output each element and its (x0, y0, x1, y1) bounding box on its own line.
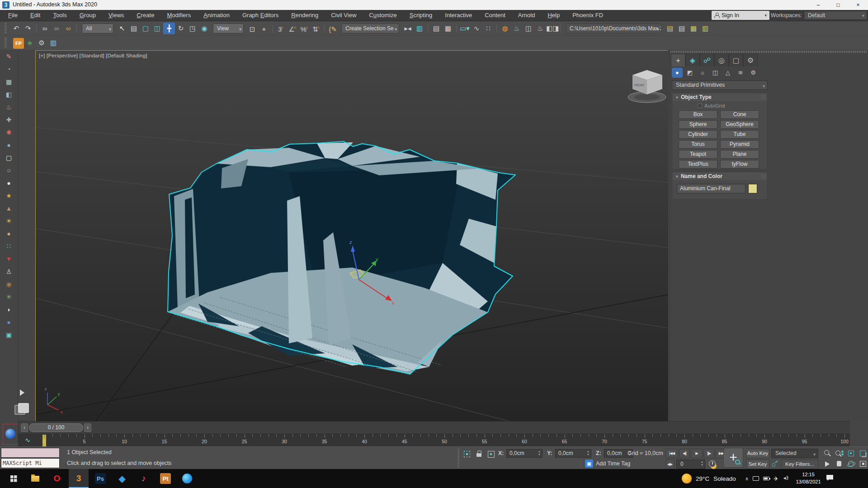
notification-center-icon[interactable] (826, 475, 833, 481)
schematic-view-icon[interactable]: ∷ (482, 23, 494, 34)
toolbar-grip[interactable] (5, 23, 7, 34)
object-type-geosphere[interactable]: GeoSphere (720, 120, 759, 129)
time-tag-cube-icon[interactable]: ▣ (585, 460, 593, 468)
left-tool-sphere2-icon[interactable]: ● (3, 316, 15, 328)
select-and-scale-icon[interactable]: ◳ (187, 23, 198, 34)
rectangular-selection-region-icon[interactable]: ▢ (140, 23, 151, 34)
category-space-warps[interactable]: ≋ (735, 68, 746, 78)
perspective-viewport[interactable]: z y x FRONT z y x [+] [Perspective] (35, 50, 668, 421)
maximize-button[interactable]: □ (828, 0, 848, 10)
zoom-extents-all-icon[interactable] (857, 449, 868, 459)
snaps-toggle-3d-icon[interactable]: 3 (275, 22, 287, 33)
object-type-tube[interactable]: Tube (720, 130, 759, 139)
left-tool-ball-icon[interactable]: ● (3, 177, 15, 189)
render-setup-icon[interactable]: ♨ (511, 23, 523, 34)
spinner-snap-icon[interactable]: ⇅ (310, 22, 322, 33)
go-to-start-button[interactable]: |◀◀ (665, 449, 678, 458)
select-and-rotate-icon[interactable]: ↻ (175, 23, 187, 34)
music-app-icon[interactable]: ♪ (134, 469, 154, 488)
plugin-tools-icon[interactable]: ⚙ (36, 37, 47, 49)
object-type-cylinder[interactable]: Cylinder (679, 130, 717, 139)
current-frame-field[interactable]: 0▲▼ (676, 460, 705, 469)
next-frame-arrow[interactable]: › (84, 423, 91, 432)
category-geometry[interactable]: ● (672, 68, 683, 78)
named-selection-set-combo[interactable]: Create Selection Se (341, 23, 399, 33)
select-and-place-icon[interactable]: ◉ (198, 23, 210, 34)
object-name-field[interactable]: Aluminium Can-Final (677, 184, 745, 193)
unlink-selection-icon[interactable]: ∞ (51, 23, 62, 34)
viewcube[interactable]: FRONT (628, 70, 666, 103)
menu-arnold[interactable]: Arnold (512, 10, 542, 21)
menu-create[interactable]: Create (130, 10, 160, 21)
left-tool-cubes-icon[interactable]: ▣ (3, 329, 15, 341)
left-tool-circle-icon[interactable]: ◔ (3, 63, 15, 75)
key-icon[interactable] (771, 460, 778, 468)
left-tool-card-icon[interactable]: ▢ (3, 152, 15, 164)
previous-frame-arrow[interactable]: ‹ (21, 423, 28, 432)
spinner-icon[interactable]: ▲▼ (537, 450, 542, 457)
left-tool-dots-icon[interactable]: ∷ (3, 240, 15, 252)
project-folder-icon-3[interactable]: ▦ (688, 23, 699, 34)
file-explorer-icon[interactable] (25, 469, 45, 488)
menu-modifiers[interactable]: Modifiers (160, 10, 197, 21)
object-type-pyramid[interactable]: Pyramid (720, 140, 759, 149)
viewport-hud-label[interactable]: [+] [Perspective] [Standard] [Default Sh… (39, 53, 147, 58)
add-time-tag[interactable]: Add Time Tag (596, 460, 630, 467)
menu-animation[interactable]: Animation (197, 10, 236, 21)
zoom-all-icon[interactable] (834, 449, 845, 459)
left-tool-figure-icon[interactable]: ♙ (3, 266, 15, 277)
object-type-plane[interactable]: Plane (720, 150, 759, 159)
left-tool-egg-icon[interactable]: ○ (3, 164, 15, 176)
viewport-layout-icon[interactable] (14, 403, 30, 417)
menu-help[interactable]: Help (541, 10, 566, 21)
spinner-icon[interactable]: ▲▼ (700, 460, 704, 467)
tab-motion[interactable]: ◎ (714, 54, 729, 66)
flyout-arrow-icon[interactable] (20, 389, 24, 396)
project-folder-icon-2[interactable]: ▤ (676, 23, 688, 34)
mini-curve-editor-icon[interactable]: ∿ (23, 436, 33, 445)
select-by-name-icon[interactable]: ▤ (128, 23, 140, 34)
material-editor-icon[interactable]: ◍ (499, 23, 511, 34)
set-keys-button[interactable]: + (723, 448, 743, 468)
edge-browser-icon[interactable] (177, 469, 197, 488)
select-and-move-icon[interactable]: ╋ (163, 23, 175, 34)
toggle-ribbon-icon[interactable]: ▭▾ (459, 23, 471, 34)
left-tool-clay-icon[interactable]: ● (3, 228, 15, 239)
menu-phoenix-fd[interactable]: Phoenix FD (566, 10, 609, 21)
maximize-viewport-icon[interactable] (857, 459, 868, 469)
time-slider-handle[interactable]: 0 / 100 (29, 423, 83, 432)
left-tool-spray-icon[interactable]: ✱ (3, 127, 15, 138)
phoenix-fd-toolbar-icon[interactable]: FP (13, 38, 24, 49)
project-folder-dropdown[interactable]: C:\Users\1010p\Documents\3ds Max 2020 (566, 23, 661, 33)
left-tool-moon-icon[interactable]: ◗ (3, 304, 15, 315)
left-tool-earth-icon[interactable]: ◉ (3, 278, 15, 290)
tab-display[interactable]: ▢ (729, 54, 743, 66)
zoom-icon[interactable] (822, 449, 833, 459)
time-slider[interactable]: ‹ 0 / 100 › (18, 421, 850, 434)
painter-app-icon[interactable]: Pt (156, 469, 175, 488)
previous-frame-button[interactable]: ◀|| (679, 449, 690, 458)
x-coordinate-field[interactable]: 0,0cm▲▼ (506, 449, 542, 458)
select-and-manipulate-icon[interactable]: ⌖ (258, 23, 270, 35)
toolbar-grip-2[interactable] (5, 38, 7, 48)
y-coordinate-field[interactable]: 0,0cm▲▼ (555, 449, 591, 458)
project-folder-icon-1[interactable]: ▤ (664, 23, 676, 34)
close-button[interactable]: × (848, 0, 868, 10)
reference-coordinate-dropdown[interactable]: View (213, 23, 244, 33)
left-tool-sphere-icon[interactable]: ● (3, 139, 15, 151)
undo-icon[interactable]: ↶ (10, 23, 22, 34)
redo-icon[interactable]: ↷ (22, 23, 34, 34)
viewport-canvas[interactable]: z y x FRONT z y x (36, 51, 668, 422)
menu-edit[interactable]: Edit (24, 10, 47, 21)
tab-hierarchy[interactable]: ☍ (700, 54, 714, 66)
opera-icon[interactable]: O (47, 469, 67, 488)
diamond-app-icon[interactable]: ◆ (112, 469, 132, 488)
edit-named-selection-sets-icon[interactable]: {✎ (327, 23, 339, 35)
menu-interactive[interactable]: Interactive (439, 10, 478, 21)
project-folder-icon-4[interactable]: ▥ (699, 23, 711, 34)
track-bar[interactable]: ∿ 05101520253035404550556065707580859095… (18, 434, 850, 446)
object-type-sphere[interactable]: Sphere (679, 120, 717, 129)
left-tool-sun-icon[interactable]: ☀ (3, 215, 15, 227)
weather-widget[interactable]: 29°C Soleado (682, 469, 736, 488)
tablet-icon[interactable] (753, 476, 759, 481)
